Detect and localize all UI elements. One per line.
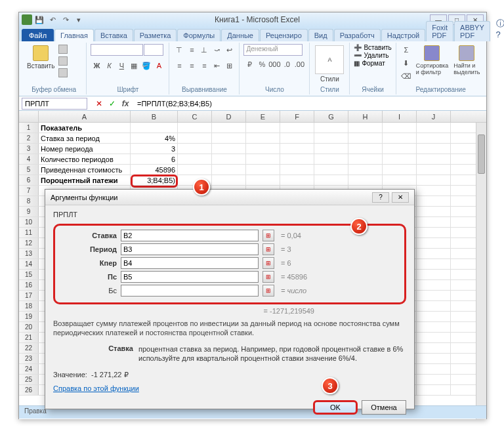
cell[interactable]: Номер периода (39, 144, 131, 154)
paste-button[interactable]: Вставить (26, 44, 56, 71)
tab-data[interactable]: Данные (221, 29, 259, 41)
cell[interactable] (417, 196, 451, 206)
vertical-scrollbar[interactable] (476, 123, 486, 419)
cell[interactable] (417, 133, 451, 143)
tab-developer[interactable]: Разработч (334, 29, 381, 41)
cell[interactable] (280, 175, 314, 185)
cancel-button[interactable]: Отмена (362, 400, 406, 415)
cell[interactable] (314, 144, 348, 154)
col-header-e[interactable]: E (246, 111, 280, 122)
align-top-icon[interactable]: ⊤ (173, 44, 185, 56)
cell[interactable] (178, 144, 212, 154)
cell[interactable] (383, 154, 417, 164)
align-middle-icon[interactable]: ≡ (186, 44, 198, 56)
row-header[interactable]: 19 (19, 312, 39, 321)
bold-icon[interactable]: Ж (91, 60, 102, 72)
underline-icon[interactable]: Ч (116, 60, 127, 72)
row-header[interactable]: 23 (19, 354, 39, 363)
col-header-g[interactable]: G (314, 111, 348, 122)
tab-foxit[interactable]: Foxit PDF (426, 21, 453, 41)
font-size-selector[interactable] (144, 44, 163, 56)
cell[interactable] (383, 175, 417, 185)
sort-filter-button[interactable]: Сортировка и фильтр (415, 44, 450, 77)
dialog-help-icon[interactable]: ? (372, 192, 389, 203)
cell[interactable] (417, 280, 451, 290)
redo-icon[interactable]: ↷ (60, 14, 72, 25)
row-header[interactable]: 17 (19, 291, 39, 300)
row-header[interactable]: 16 (19, 280, 39, 290)
cell[interactable] (246, 175, 280, 185)
clear-icon[interactable]: ⌫ (400, 70, 412, 82)
cell[interactable] (348, 175, 383, 185)
cell[interactable] (212, 165, 246, 174)
cell[interactable] (246, 123, 280, 133)
col-header-a[interactable]: A (39, 111, 131, 122)
cell[interactable] (212, 144, 246, 154)
cell[interactable] (348, 154, 383, 164)
col-header-i[interactable]: I (383, 111, 417, 122)
arg-period-input[interactable] (121, 243, 259, 255)
col-header-c[interactable]: C (178, 111, 212, 122)
cell[interactable] (246, 144, 280, 154)
find-select-button[interactable]: Найти и выделить (452, 44, 481, 77)
row-header[interactable]: 8 (19, 196, 39, 206)
col-header-d[interactable]: D (212, 111, 246, 122)
cell[interactable] (417, 312, 451, 321)
cell[interactable] (348, 165, 383, 174)
row-header[interactable]: 5 (19, 165, 39, 174)
cell[interactable] (417, 385, 451, 395)
align-left-icon[interactable]: ≡ (173, 60, 185, 72)
indent-dec-icon[interactable]: ⇤ (211, 60, 222, 72)
tab-abbyy[interactable]: ABBYY PDF (454, 21, 490, 41)
cell[interactable]: Количество периодов (39, 154, 131, 164)
cell[interactable] (417, 375, 451, 384)
sum-icon[interactable]: Σ (400, 44, 412, 56)
dec-decimal-icon[interactable]: .00 (293, 58, 305, 70)
cell[interactable] (417, 249, 451, 258)
arg-rate-ref-icon[interactable]: ⊞ (262, 230, 274, 241)
merge-icon[interactable]: ⊞ (223, 60, 235, 72)
row-header[interactable]: 12 (19, 238, 39, 248)
cell[interactable] (417, 144, 451, 154)
cell[interactable]: Пороцентный патежи (39, 175, 131, 185)
italic-icon[interactable]: К (103, 60, 115, 72)
arg-fv-input[interactable] (121, 285, 259, 297)
cell[interactable] (314, 133, 348, 143)
cell[interactable] (314, 154, 348, 164)
cell[interactable] (417, 333, 451, 342)
accept-formula-icon[interactable]: ✓ (106, 98, 119, 110)
cut-icon[interactable] (58, 44, 82, 54)
font-color-icon[interactable]: A (153, 60, 165, 72)
cell[interactable] (383, 144, 417, 154)
dialog-close-icon[interactable]: ✕ (392, 192, 409, 203)
tab-file[interactable]: Файл (22, 29, 54, 41)
delete-cell-button[interactable]: ➖Удалить (354, 52, 388, 59)
cell[interactable] (314, 175, 348, 185)
cell[interactable]: 6 (131, 154, 178, 164)
border-icon[interactable]: ▦ (128, 60, 140, 72)
cell[interactable] (417, 301, 451, 311)
tab-layout[interactable]: Разметка (134, 29, 177, 41)
cell[interactable] (348, 123, 383, 133)
dialog-titlebar[interactable]: Аргументы функции ? ✕ (45, 190, 414, 205)
row-header[interactable]: 20 (19, 322, 39, 332)
qat-more-icon[interactable]: ▾ (73, 14, 85, 25)
align-right-icon[interactable]: ≡ (198, 60, 210, 72)
insert-cell-button[interactable]: ➕Вставить (354, 44, 391, 51)
row-header[interactable]: 9 (19, 207, 39, 216)
cell[interactable] (246, 133, 280, 143)
cell[interactable] (417, 364, 451, 374)
cell[interactable] (246, 165, 280, 174)
tab-insert[interactable]: Вставка (94, 29, 133, 41)
cell[interactable]: Ставка за период (39, 133, 131, 143)
arg-fv-ref-icon[interactable]: ⊞ (262, 285, 274, 297)
cell[interactable]: Приведенная стоимость (39, 165, 131, 174)
undo-icon[interactable]: ↶ (47, 14, 58, 25)
cell[interactable] (178, 154, 212, 164)
cell[interactable] (417, 123, 451, 133)
cell[interactable] (417, 228, 451, 237)
help-link[interactable]: Справка по этой функции (53, 384, 139, 392)
cell[interactable] (212, 154, 246, 164)
styles-button[interactable]: AСтили (314, 44, 345, 84)
col-header-f[interactable]: F (280, 111, 314, 122)
